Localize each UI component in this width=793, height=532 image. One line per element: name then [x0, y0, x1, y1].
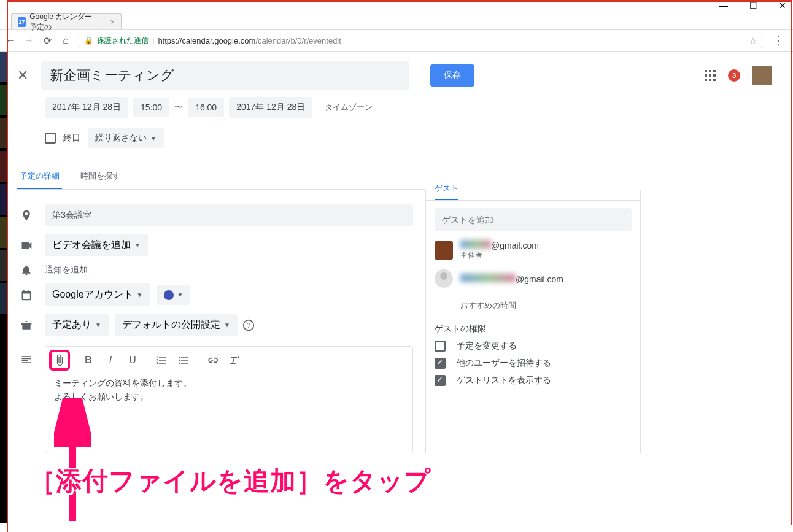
avatar [435, 269, 453, 288]
chevron-down-icon: ▼ [95, 322, 101, 328]
tab-details[interactable]: 予定の詳細 [17, 164, 62, 189]
event-header: ✕ 保存 3 [8, 52, 791, 94]
datetime-row: 2017年 12月 28日 15:00 〜 16:00 2017年 12月 28… [8, 94, 791, 120]
chevron-down-icon: ▼ [177, 291, 184, 298]
browser-menu-icon[interactable]: ⋮ [770, 34, 788, 47]
lock-icon: 🔒 [84, 36, 93, 45]
allday-label: 終日 [63, 133, 80, 144]
section-tabs: 予定の詳細 時間を探す [17, 164, 425, 190]
timezone-link[interactable]: タイムゾーン [325, 102, 373, 113]
reload-icon[interactable]: ⟳ [42, 35, 53, 47]
window-maximize-icon[interactable]: ☐ [748, 1, 759, 10]
perm-seelist-checkbox[interactable] [435, 375, 446, 386]
redacted-name [460, 274, 516, 282]
save-button[interactable]: 保存 [430, 64, 474, 87]
visibility-label: デフォルトの公開設定 [122, 318, 220, 331]
video-conf-dropdown[interactable]: ビデオ会議を追加 ▼ [45, 234, 148, 256]
busy-label: 予定あり [52, 318, 91, 331]
details-column: ビデオ会議を追加 ▼ 通知を追加 Googleアカウント ▼ ▼ [8, 190, 425, 453]
add-notification-link[interactable]: 通知を追加 [45, 264, 88, 276]
guest-permissions-title: ゲストの権限 [435, 323, 632, 334]
allday-checkbox[interactable] [45, 133, 56, 144]
perm-invite-checkbox[interactable] [435, 358, 446, 369]
secure-label: 保護された通信 [97, 36, 149, 46]
attach-file-button[interactable] [49, 350, 70, 371]
desc-line: よろしくお願いします。 [54, 390, 404, 403]
guest-organizer[interactable]: @gmail.com 主催者 [435, 240, 632, 261]
back-icon[interactable]: ← [5, 35, 16, 46]
options-row: 終日 繰り返さない ▼ [8, 120, 791, 156]
address-bar[interactable]: 🔒 保護された通信 | https://calendar.google.com/… [79, 33, 762, 48]
calendar-label: Googleアカウント [52, 288, 133, 301]
taskbar-strip [0, 52, 7, 523]
window-minimize-icon[interactable]: — [718, 1, 729, 10]
video-icon [8, 239, 45, 252]
numbered-list-button[interactable] [151, 350, 172, 371]
bookmark-star-icon[interactable]: ☆ [749, 36, 757, 45]
description-editor: B I U ミーティングの資料を添付します。 よろしくお願いします。 [45, 346, 413, 453]
repeat-dropdown[interactable]: 繰り返さない ▼ [88, 128, 164, 148]
perm-label: 予定を変更する [457, 341, 517, 352]
bullet-list-button[interactable] [173, 350, 194, 371]
chevron-down-icon: ▼ [137, 291, 143, 298]
forward-icon[interactable]: → [23, 35, 34, 46]
color-dropdown[interactable]: ▼ [157, 285, 191, 305]
organizer-label: 主催者 [460, 250, 539, 261]
annotation-text: ［添付ファイルを追加］をタップ [29, 464, 431, 498]
desc-line: ミーティングの資料を添付します。 [54, 376, 404, 390]
browser-tab-strip: 27 Google カレンダー - 予定の × [0, 11, 793, 29]
help-icon[interactable]: ? [238, 319, 260, 331]
calendar-icon [8, 289, 45, 301]
browser-tab[interactable]: 27 Google カレンダー - 予定の × [11, 13, 122, 29]
end-time-chip[interactable]: 16:00 [188, 98, 224, 117]
window-close-icon[interactable]: ✕ [777, 1, 788, 10]
account-avatar[interactable] [752, 66, 772, 85]
link-button[interactable] [202, 350, 223, 371]
bell-icon [8, 264, 45, 276]
home-icon[interactable]: ⌂ [60, 35, 71, 46]
calendar-dropdown[interactable]: Googleアカウント ▼ [45, 283, 150, 306]
google-apps-icon[interactable] [705, 70, 716, 81]
calendar-favicon-icon: 27 [18, 17, 26, 27]
guests-column: ゲスト @gmail.com 主催者 @gmail.com おすすめの時間 ゲス… [425, 190, 640, 453]
italic-button[interactable]: I [100, 350, 121, 371]
tab-findtime[interactable]: 時間を探す [78, 164, 123, 189]
underline-button[interactable]: U [122, 350, 143, 371]
visibility-dropdown[interactable]: デフォルトの公開設定 ▼ [115, 314, 238, 336]
time-separator: 〜 [174, 102, 183, 113]
add-guest-input[interactable] [435, 208, 632, 231]
notifications-badge[interactable]: 3 [728, 69, 740, 82]
location-input[interactable] [45, 204, 413, 226]
tab-title: Google カレンダー - 予定の [29, 12, 105, 33]
description-icon [8, 347, 45, 366]
start-date-chip[interactable]: 2017年 12月 28日 [45, 97, 128, 118]
suggested-times-link[interactable]: おすすめの時間 [460, 300, 632, 311]
repeat-label: 繰り返さない [95, 133, 147, 144]
close-icon[interactable]: ✕ [14, 67, 31, 83]
clear-format-button[interactable] [224, 350, 245, 371]
color-swatch [164, 290, 174, 300]
guest-row[interactable]: @gmail.com [435, 269, 632, 288]
url-host: https://calendar.google.com [158, 36, 255, 45]
chevron-down-icon: ▼ [134, 242, 141, 249]
url-path: /calendar/b/0/r/eventedit [255, 36, 341, 45]
perm-label: ゲストリストを表示する [457, 375, 551, 386]
bold-button[interactable]: B [78, 350, 99, 371]
end-date-chip[interactable]: 2017年 12月 28日 [229, 97, 312, 118]
event-title-input[interactable] [41, 61, 409, 90]
tab-guests[interactable]: ゲスト [435, 183, 458, 200]
description-textarea[interactable]: ミーティングの資料を添付します。 よろしくお願いします。 [45, 374, 412, 453]
chevron-down-icon: ▼ [150, 135, 157, 142]
guest-email: @gmail.com [491, 241, 539, 250]
svg-text:?: ? [247, 322, 250, 329]
browser-toolbar: ← → ⟳ ⌂ 🔒 保護された通信 | https://calendar.goo… [0, 29, 793, 52]
tab-close-icon[interactable]: × [110, 17, 115, 26]
start-time-chip[interactable]: 15:00 [133, 98, 169, 117]
busy-dropdown[interactable]: 予定あり ▼ [45, 314, 109, 336]
perm-label: 他のユーザーを招待する [457, 358, 551, 369]
event-edit-page: ✕ 保存 3 2017年 12月 28日 15:00 〜 16:00 2017年… [8, 52, 791, 523]
perm-modify-checkbox[interactable] [435, 341, 446, 352]
location-icon [8, 209, 45, 222]
guest-email: @gmail.com [516, 274, 563, 284]
redacted-name [460, 240, 491, 249]
